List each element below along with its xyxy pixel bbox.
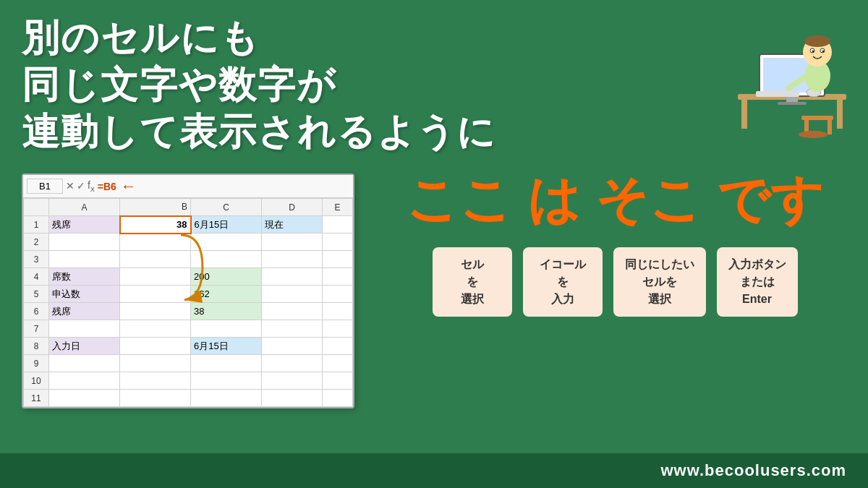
footer: www.becoolusers.com bbox=[0, 453, 868, 488]
step-box-2: イコールを入力 bbox=[523, 247, 603, 317]
table-row: 5 申込数 162 bbox=[24, 286, 353, 303]
cell-d3[interactable] bbox=[262, 251, 323, 268]
cell-d9[interactable] bbox=[262, 355, 323, 372]
cell-d8[interactable] bbox=[262, 338, 323, 355]
cell-d11[interactable] bbox=[262, 390, 323, 407]
row-num-10: 10 bbox=[24, 372, 49, 390]
cell-c6[interactable]: 38 bbox=[191, 303, 262, 320]
cell-b10[interactable] bbox=[120, 372, 191, 390]
header-area: 別のセルにも 同じ文字や数字が 連動して表示されるように bbox=[22, 14, 694, 155]
cell-c5[interactable]: 162 bbox=[191, 286, 262, 303]
row-num-9: 9 bbox=[24, 355, 49, 372]
row-num-7: 7 bbox=[24, 320, 49, 338]
cell-a4[interactable]: 席数 bbox=[49, 268, 120, 286]
row-num-1: 1 bbox=[24, 216, 49, 234]
table-row: 4 席数 200 bbox=[24, 268, 353, 286]
big-text-row: ここ は そこ です bbox=[406, 174, 824, 226]
cell-c11[interactable] bbox=[191, 390, 262, 407]
cell-d7[interactable] bbox=[262, 320, 323, 338]
steps-row: セルを選択 イコールを入力 同じにしたいセルを選択 入力ボタンまたはEnter bbox=[433, 247, 798, 317]
cell-b6[interactable] bbox=[120, 303, 191, 320]
main-content: B1 ✕ ✓ fx =B6 ← A bbox=[0, 174, 868, 452]
confirm-icon[interactable]: ✓ bbox=[77, 180, 85, 192]
cell-a3[interactable] bbox=[49, 251, 120, 268]
fx-icon[interactable]: fx bbox=[88, 179, 95, 193]
cell-a6[interactable]: 残席 bbox=[49, 303, 120, 320]
cell-c4[interactable]: 200 bbox=[191, 268, 262, 286]
cell-d10[interactable] bbox=[262, 372, 323, 390]
cell-b8[interactable] bbox=[120, 338, 191, 355]
step-box-3: 同じにしたいセルを選択 bbox=[613, 247, 706, 317]
cell-e8[interactable] bbox=[323, 338, 353, 355]
table-row: 1 残席 38 6月15日 現在 bbox=[24, 216, 353, 234]
cell-e3[interactable] bbox=[323, 251, 353, 268]
row-num-5: 5 bbox=[24, 286, 49, 303]
cell-d4[interactable] bbox=[262, 268, 323, 286]
svg-rect-1 bbox=[741, 100, 747, 129]
big-char-1: ここ bbox=[406, 174, 513, 226]
cell-d2[interactable] bbox=[262, 234, 323, 251]
right-content: ここ は そこ です セルを選択 イコールを入力 同じにしたいセルを選択 入力ボ… bbox=[354, 174, 846, 317]
cell-b2[interactable] bbox=[120, 234, 191, 251]
cell-c3[interactable] bbox=[191, 251, 262, 268]
cell-e10[interactable] bbox=[323, 372, 353, 390]
cell-a10[interactable] bbox=[49, 372, 120, 390]
cell-e9[interactable] bbox=[323, 355, 353, 372]
footer-url: www.becoolusers.com bbox=[660, 461, 846, 480]
cell-e2[interactable] bbox=[323, 234, 353, 251]
cell-c2[interactable] bbox=[191, 234, 262, 251]
table-row: 11 bbox=[24, 390, 353, 407]
formula-value: =B6 bbox=[98, 181, 116, 192]
cell-b9[interactable] bbox=[120, 355, 191, 372]
col-header-d: D bbox=[262, 199, 323, 216]
col-header-e: E bbox=[323, 199, 353, 216]
cell-b1[interactable]: 38 bbox=[120, 216, 191, 234]
cell-b4[interactable] bbox=[120, 268, 191, 286]
cell-b7[interactable] bbox=[120, 320, 191, 338]
svg-point-14 bbox=[812, 51, 814, 53]
row-num-4: 4 bbox=[24, 268, 49, 286]
cell-e4[interactable] bbox=[323, 268, 353, 286]
cell-e5[interactable] bbox=[323, 286, 353, 303]
cell-a8[interactable]: 入力日 bbox=[49, 338, 120, 355]
table-row: 6 残席 38 bbox=[24, 303, 353, 320]
cell-d5[interactable] bbox=[262, 286, 323, 303]
cell-c7[interactable] bbox=[191, 320, 262, 338]
row-num-11: 11 bbox=[24, 390, 49, 407]
cell-d1[interactable]: 現在 bbox=[262, 216, 323, 234]
formula-arrow: ← bbox=[121, 177, 137, 196]
cell-e1[interactable] bbox=[323, 216, 353, 234]
cell-b5[interactable] bbox=[120, 286, 191, 303]
cell-a2[interactable] bbox=[49, 234, 120, 251]
formula-input-area: =B6 ← bbox=[98, 177, 349, 196]
cell-a1[interactable]: 残席 bbox=[49, 216, 120, 234]
svg-point-11 bbox=[804, 35, 830, 47]
row-num-6: 6 bbox=[24, 303, 49, 320]
cell-e6[interactable] bbox=[323, 303, 353, 320]
cell-e11[interactable] bbox=[323, 390, 353, 407]
step-label-4: 入力ボタンまたはEnter bbox=[728, 258, 786, 305]
row-num-3: 3 bbox=[24, 251, 49, 268]
cell-b11[interactable] bbox=[120, 390, 191, 407]
character-illustration bbox=[694, 7, 854, 152]
col-header-b: B bbox=[120, 199, 191, 216]
cell-b3[interactable] bbox=[120, 251, 191, 268]
step-label-1: セルを選択 bbox=[461, 258, 484, 305]
svg-point-19 bbox=[799, 131, 827, 138]
cell-c10[interactable] bbox=[191, 372, 262, 390]
cell-a7[interactable] bbox=[49, 320, 120, 338]
formula-bar: B1 ✕ ✓ fx =B6 ← bbox=[23, 175, 353, 198]
cell-d6[interactable] bbox=[262, 303, 323, 320]
cell-c9[interactable] bbox=[191, 355, 262, 372]
cancel-icon[interactable]: ✕ bbox=[66, 180, 75, 192]
spreadsheet-wrapper: B1 ✕ ✓ fx =B6 ← A bbox=[22, 174, 354, 408]
svg-rect-18 bbox=[827, 120, 832, 134]
title-line3: 連動して表示されるように bbox=[22, 108, 694, 155]
cell-c8[interactable]: 6月15日 bbox=[191, 338, 262, 355]
cell-a9[interactable] bbox=[49, 355, 120, 372]
cell-e7[interactable] bbox=[323, 320, 353, 338]
cell-a11[interactable] bbox=[49, 390, 120, 407]
cell-a5[interactable]: 申込数 bbox=[49, 286, 120, 303]
step-box-4: 入力ボタンまたはEnter bbox=[717, 247, 798, 317]
cell-c1[interactable]: 6月15日 bbox=[191, 216, 262, 234]
